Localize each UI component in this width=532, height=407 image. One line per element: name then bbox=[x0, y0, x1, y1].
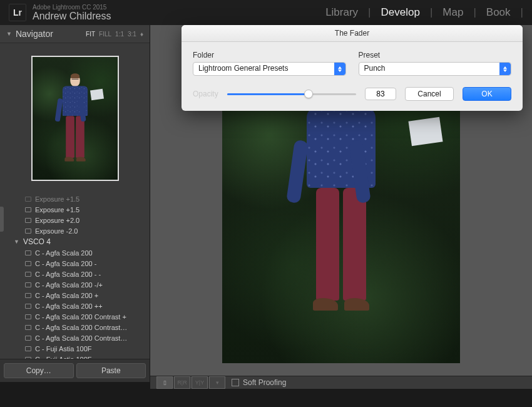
app-logo: Lr bbox=[9, 4, 26, 21]
preset-icon bbox=[25, 325, 31, 330]
module-book[interactable]: Book bbox=[486, 6, 511, 19]
thumbnail-image bbox=[31, 56, 119, 181]
identity-plate: Andrew Childress bbox=[33, 11, 111, 22]
module-develop[interactable]: Develop bbox=[381, 6, 420, 19]
chevron-down-icon: ▼ bbox=[6, 31, 12, 37]
navigator-title: Navigator bbox=[16, 29, 53, 39]
preset-list: Exposure +1.5 Exposure +1.5 Exposure +2.… bbox=[0, 193, 150, 359]
opacity-label: Opacity bbox=[193, 90, 218, 98]
preset-icon bbox=[25, 272, 31, 277]
copy-button[interactable]: Copy… bbox=[4, 363, 74, 378]
list-item[interactable]: C - Agfa Scala 200 Contrast… bbox=[0, 332, 150, 343]
paste-button[interactable]: Paste bbox=[76, 363, 146, 378]
loupe-view-button[interactable]: ▯ bbox=[156, 376, 173, 389]
module-picker: Library| Develop| Map| Book| bbox=[325, 6, 523, 19]
list-item[interactable]: Expsoure -2.0 bbox=[0, 225, 150, 236]
navigator-header[interactable]: ▼Navigator FIT FILL 1:1 3:1 ♦ bbox=[0, 25, 150, 43]
preset-icon bbox=[25, 218, 31, 223]
list-item[interactable]: C - Agfa Scala 200 -/+ bbox=[0, 279, 150, 290]
preset-select[interactable]: Punch bbox=[359, 62, 512, 76]
list-item[interactable]: C - Agfa Scala 200 - bbox=[0, 258, 150, 269]
zoom-fit[interactable]: FIT bbox=[86, 31, 95, 38]
before-after-tb-button[interactable]: Y|Y bbox=[192, 376, 208, 389]
module-map[interactable]: Map bbox=[442, 6, 463, 19]
panel-resize-handle[interactable] bbox=[0, 207, 4, 232]
select-arrows-icon bbox=[499, 63, 511, 75]
select-arrows-icon bbox=[334, 63, 345, 75]
preset-icon bbox=[25, 346, 31, 351]
list-item[interactable]: C - Agfa Scala 200 ++ bbox=[0, 301, 150, 311]
list-item[interactable]: C - Agfa Scala 200 Contrast + bbox=[0, 311, 150, 322]
preset-icon bbox=[25, 197, 31, 202]
list-item[interactable]: Exposure +1.5 bbox=[0, 193, 150, 204]
preset-icon bbox=[25, 261, 31, 266]
list-item[interactable]: C - Agfa Scala 200 bbox=[0, 247, 150, 258]
preset-icon bbox=[25, 314, 31, 319]
preset-icon bbox=[25, 293, 31, 298]
soft-proof-label: Soft Proofing bbox=[243, 378, 286, 387]
navigator-preview[interactable] bbox=[0, 43, 150, 193]
bottom-toolbar: ▯ R|R Y|Y ▾ Soft Proofing bbox=[150, 376, 532, 389]
zoom-3to1[interactable]: 3:1 bbox=[128, 31, 136, 38]
preset-icon bbox=[25, 229, 31, 234]
preset-label: Preset bbox=[359, 51, 512, 59]
top-bar: Lr Adobe Lightroom CC 2015 Andrew Childr… bbox=[0, 0, 532, 25]
folder-label: Folder bbox=[193, 51, 346, 59]
zoom-menu-icon[interactable]: ♦ bbox=[140, 31, 143, 38]
compare-menu-icon[interactable]: ▾ bbox=[209, 376, 225, 389]
preset-icon bbox=[25, 282, 31, 287]
preset-folder[interactable]: ▼VSCO 4 bbox=[0, 236, 150, 247]
cancel-button[interactable]: Cancel bbox=[405, 87, 454, 101]
chevron-down-icon: ▼ bbox=[14, 239, 19, 245]
module-library[interactable]: Library bbox=[325, 6, 358, 19]
before-after-lr-button[interactable]: R|R bbox=[174, 376, 190, 389]
fader-dialog: The Fader Folder Lightroom General Prese… bbox=[182, 25, 523, 111]
product-line: Adobe Lightroom CC 2015 bbox=[33, 4, 111, 11]
list-item[interactable]: Exposure +2.0 bbox=[0, 215, 150, 225]
list-item[interactable]: C - Agfa Scala 200 Contrast… bbox=[0, 322, 150, 332]
list-item[interactable]: C - Fuji Astia 100F - bbox=[0, 354, 150, 359]
preset-icon bbox=[25, 207, 31, 212]
ok-button[interactable]: OK bbox=[463, 87, 511, 101]
soft-proof-checkbox[interactable] bbox=[232, 379, 239, 386]
copy-paste-bar: Copy… Paste bbox=[0, 359, 150, 382]
left-panel: ▼Navigator FIT FILL 1:1 3:1 ♦ bbox=[0, 25, 150, 382]
preset-icon bbox=[25, 250, 31, 255]
zoom-fill[interactable]: FILL bbox=[99, 31, 111, 38]
zoom-1to1[interactable]: 1:1 bbox=[115, 31, 124, 38]
dialog-title: The Fader bbox=[182, 25, 523, 42]
opacity-input[interactable] bbox=[365, 88, 396, 100]
list-item[interactable]: C - Fuji Astia 100F bbox=[0, 343, 150, 354]
preset-icon bbox=[25, 336, 31, 341]
preset-icon bbox=[25, 304, 31, 309]
list-item[interactable]: C - Agfa Scala 200 + bbox=[0, 290, 150, 301]
opacity-slider[interactable] bbox=[227, 89, 356, 99]
folder-select[interactable]: Lightroom General Presets bbox=[193, 62, 346, 76]
list-item[interactable]: C - Agfa Scala 200 - - bbox=[0, 269, 150, 279]
list-item[interactable]: Exposure +1.5 bbox=[0, 204, 150, 215]
